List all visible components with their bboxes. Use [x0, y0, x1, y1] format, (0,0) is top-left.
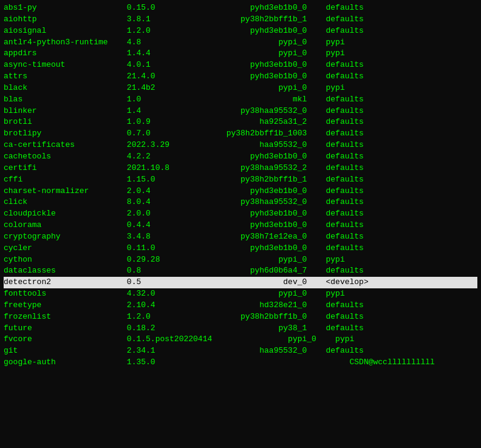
package-row: blinker 1.4 py38haa95532_0 defaults: [4, 106, 477, 117]
package-row: cachetools 4.2.2 pyhd3eb1b0_0 defaults: [4, 151, 477, 163]
package-row: charset-normalizer 2.0.4 pyhd3eb1b0_0 de…: [4, 186, 477, 197]
package-row: brotli 1.0.9 ha925a31_2 defaults: [4, 117, 477, 128]
package-row: aiosignal 1.2.0 pyhd3eb1b0_0 defaults: [4, 25, 477, 37]
package-row: attrs 21.4.0 pyhd3eb1b0_0 defaults: [4, 71, 477, 83]
package-row: click 8.0.4 py38haa95532_0 defaults: [4, 197, 477, 208]
package-row: google-auth 1.35.0 CSDN@wccllllllllll: [4, 357, 477, 368]
package-row: appdirs 1.4.4 pypi_0 pypi: [4, 48, 477, 59]
package-row: cycler 0.11.0 pyhd3eb1b0_0 defaults: [4, 243, 477, 254]
package-row: async-timeout 4.0.1 pyhd3eb1b0_0 default…: [4, 59, 477, 71]
package-row: ca-certificates 2022.3.29 haa95532_0 def…: [4, 140, 477, 151]
package-row: antlr4-python3-runtime 4.8 pypi_0 pypi: [4, 37, 477, 49]
package-row: colorama 0.4.4 pyhd3eb1b0_0 defaults: [4, 220, 477, 231]
package-row: black 21.4b2 pypi_0 pypi: [4, 83, 477, 94]
packages-list: abs1-py 0.15.0 pyhd3eb1b0_0 defaultsaioh…: [4, 2, 477, 277]
packages-after-list: fonttools 4.32.0 pypi_0 pypifreetype 2.1…: [4, 288, 477, 368]
package-row: git 2.34.1 haa95532_0 defaults: [4, 345, 477, 357]
package-row: fvcore 0.1.5.post20220414 pypi_0 pypi: [4, 334, 477, 345]
package-row: aiohttp 3.8.1 py38h2bbff1b_1 defaults: [4, 14, 477, 25]
package-row: fonttools 4.32.0 pypi_0 pypi: [4, 288, 477, 300]
package-row: cffi 1.15.0 py38h2bbff1b_1 defaults: [4, 174, 477, 186]
package-row: abs1-py 0.15.0 pyhd3eb1b0_0 defaults: [4, 2, 477, 14]
package-row: blas 1.0 mkl defaults: [4, 94, 477, 106]
package-row: cython 0.29.28 pypi_0 pypi: [4, 254, 477, 266]
terminal-window: { "terminal": { "prompt1": "(detectron2)…: [0, 0, 481, 448]
package-row: brotlipy 0.7.0 py38h2bbff1b_1003 default…: [4, 128, 477, 140]
package-row: dataclasses 0.8 pyh6d0b6a4_7 defaults: [4, 265, 477, 277]
package-row: cloudpickle 2.0.0 pyhd3eb1b0_0 defaults: [4, 208, 477, 220]
highlighted-row-detectron2: detectron2 0.5 dev_0 <develop>: [4, 277, 477, 288]
package-row: cryptography 3.4.8 py38h71e12ea_0 defaul…: [4, 231, 477, 243]
package-row: certifi 2021.10.8 py38haa95532_2 default…: [4, 163, 477, 174]
package-row: frozenlist 1.2.0 py38h2bbff1b_0 defaults: [4, 311, 477, 323]
package-row: freetype 2.10.4 hd328e21_0 defaults: [4, 300, 477, 311]
package-row: future 0.18.2 py38_1 defaults: [4, 323, 477, 334]
